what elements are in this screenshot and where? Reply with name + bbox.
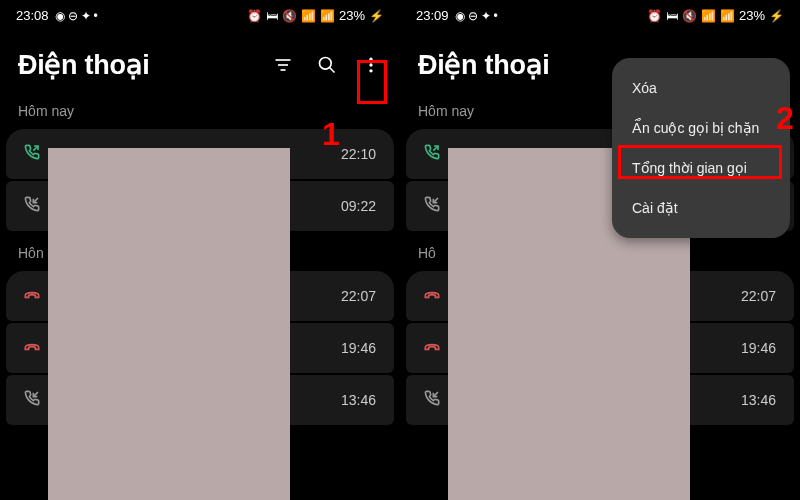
- messenger-icon: ◉: [455, 9, 465, 23]
- annotation-box-1: [357, 60, 387, 104]
- status-bar-right: ⏰ 🛏 🔇 📶 📶 23% ⚡: [247, 8, 384, 23]
- redaction-block: [48, 148, 290, 500]
- status-time: 23:09: [416, 8, 449, 23]
- call-outgoing-icon: [424, 144, 444, 164]
- status-battery: 23%: [739, 8, 765, 23]
- call-outgoing-icon: [24, 144, 44, 164]
- call-incoming-icon: [24, 196, 44, 216]
- page-title: Điện thoại: [18, 49, 149, 81]
- call-missed-icon: [424, 286, 444, 306]
- signal-icon: 📶: [320, 9, 335, 23]
- menu-item-settings[interactable]: Cài đặt: [612, 188, 790, 228]
- search-icon[interactable]: [316, 54, 338, 76]
- bed-icon: 🛏: [666, 9, 678, 23]
- wifi-icon: 📶: [701, 9, 716, 23]
- call-time: 22:10: [341, 146, 376, 162]
- status-bar-left: 23:08 ◉ ⊖ ✦ •: [16, 8, 98, 23]
- svg-point-3: [320, 58, 332, 70]
- alarm-icon: ⏰: [647, 9, 662, 23]
- annotation-number-2: 2: [776, 100, 794, 137]
- menu-item-delete[interactable]: Xóa: [612, 68, 790, 108]
- call-time: 13:46: [741, 392, 776, 408]
- magic-icon: ✦: [481, 9, 491, 23]
- call-time: 22:07: [341, 288, 376, 304]
- charging-icon: ⚡: [369, 9, 384, 23]
- messenger-icon: ◉: [55, 9, 65, 23]
- section-label: Hôm nay: [0, 95, 400, 127]
- status-bar: 23:08 ◉ ⊖ ✦ • ⏰ 🛏 🔇 📶 📶 23% ⚡: [0, 0, 400, 31]
- minus-icon: ⊖: [468, 9, 478, 23]
- magic-icon: ✦: [81, 9, 91, 23]
- call-time: 19:46: [741, 340, 776, 356]
- alarm-icon: ⏰: [247, 9, 262, 23]
- dot-icon: •: [94, 9, 98, 23]
- call-incoming-icon: [424, 390, 444, 410]
- wifi-icon: 📶: [301, 9, 316, 23]
- bed-icon: 🛏: [266, 9, 278, 23]
- menu-item-hide-blocked[interactable]: Ẩn cuộc gọi bị chặn: [612, 108, 790, 148]
- call-missed-icon: [424, 338, 444, 358]
- call-incoming-icon: [424, 196, 444, 216]
- phone-right: 23:09 ◉ ⊖ ✦ • ⏰ 🛏 🔇 📶 📶 23% ⚡ Điện thoại…: [400, 0, 800, 500]
- call-time: 09:22: [341, 198, 376, 214]
- annotation-box-2: [618, 145, 782, 179]
- status-bar-left: 23:09 ◉ ⊖ ✦ •: [416, 8, 498, 23]
- call-time: 13:46: [341, 392, 376, 408]
- status-battery: 23%: [339, 8, 365, 23]
- call-time: 19:46: [341, 340, 376, 356]
- annotation-number-1: 1: [322, 116, 340, 153]
- call-incoming-icon: [24, 390, 44, 410]
- minus-icon: ⊖: [68, 9, 78, 23]
- filter-icon[interactable]: [272, 54, 294, 76]
- page-title: Điện thoại: [418, 49, 549, 81]
- status-bar-right: ⏰ 🛏 🔇 📶 📶 23% ⚡: [647, 8, 784, 23]
- call-missed-icon: [24, 286, 44, 306]
- phone-left: 23:08 ◉ ⊖ ✦ • ⏰ 🛏 🔇 📶 📶 23% ⚡ Điện thoại: [0, 0, 400, 500]
- call-missed-icon: [24, 338, 44, 358]
- signal-icon: 📶: [720, 9, 735, 23]
- app-header: Điện thoại: [0, 31, 400, 95]
- charging-icon: ⚡: [769, 9, 784, 23]
- call-time: 22:07: [741, 288, 776, 304]
- dot-icon: •: [494, 9, 498, 23]
- status-time: 23:08: [16, 8, 49, 23]
- svg-line-4: [330, 68, 335, 73]
- status-bar: 23:09 ◉ ⊖ ✦ • ⏰ 🛏 🔇 📶 📶 23% ⚡: [400, 0, 800, 31]
- mute-icon: 🔇: [682, 9, 697, 23]
- mute-icon: 🔇: [282, 9, 297, 23]
